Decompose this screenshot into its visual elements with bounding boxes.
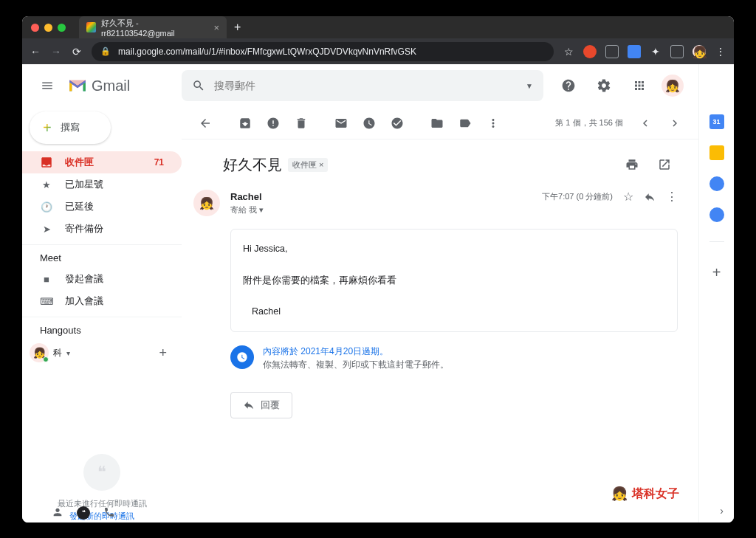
- keyboard-icon: ⌨: [40, 296, 53, 307]
- new-tab-button[interactable]: +: [234, 21, 241, 34]
- tab-title: 好久不見 - rr821103542@gmail: [101, 18, 206, 38]
- ext-1[interactable]: [583, 45, 597, 58]
- meet-join-label: 加入會議: [65, 294, 103, 308]
- hangouts-section: Hangouts: [22, 317, 182, 340]
- hangouts-person-icon[interactable]: [52, 506, 63, 520]
- inbox-count: 71: [154, 157, 164, 168]
- url-text: mail.google.com/mail/u/1/#inbox/FMfcgxwL…: [118, 46, 416, 57]
- chrome-menu[interactable]: ⋮: [715, 46, 726, 58]
- video-icon: ■: [40, 274, 53, 285]
- search-box[interactable]: ▼: [182, 70, 543, 101]
- watermark-brand: 👧 塔科女子: [611, 486, 679, 502]
- nav-sent[interactable]: ➤ 寄件備份: [22, 218, 182, 240]
- star-icon: ★: [40, 179, 53, 190]
- body-line-1: Hi Jessica,: [243, 241, 665, 257]
- meet-join[interactable]: ⌨ 加入會議: [22, 290, 182, 312]
- more-button[interactable]: [480, 110, 506, 137]
- contacts-addon[interactable]: [709, 207, 724, 222]
- email-body: Hi Jessica, 附件是你需要的檔案，再麻煩你看看 Rachel: [230, 229, 678, 332]
- back-button[interactable]: ←: [30, 46, 41, 58]
- popout-button[interactable]: [651, 151, 678, 178]
- keep-addon[interactable]: [709, 145, 724, 160]
- url-bar: ← → ⟳ 🔒 mail.google.com/mail/u/1/#inbox/…: [22, 38, 734, 64]
- profile-avatar[interactable]: 👧: [693, 45, 706, 58]
- body-line-2: 附件是你需要的檔案，再麻煩你看看: [243, 273, 665, 289]
- hangouts-user[interactable]: 👧 科 ▾ +: [22, 340, 182, 365]
- browser-tab[interactable]: 好久不見 - rr821103542@gmail ×: [79, 16, 227, 38]
- hangouts-chat-icon[interactable]: ❝: [77, 506, 90, 520]
- mark-unread-button[interactable]: [328, 110, 354, 137]
- back-to-inbox[interactable]: [192, 110, 219, 137]
- confidential-banner: 內容將於 2021年4月20日過期。 你無法轉寄、複製、列印或下載這封電子郵件。: [230, 342, 678, 374]
- meet-section: Meet: [22, 244, 182, 268]
- side-panel: 31 +: [698, 64, 734, 523]
- email-to[interactable]: 寄給 我 ▾: [230, 204, 678, 215]
- window-controls: [31, 24, 66, 32]
- nav-snoozed[interactable]: 🕐 已延後: [22, 196, 182, 218]
- clock-icon: 🕐: [40, 201, 53, 213]
- collapse-sidepanel[interactable]: ›: [720, 505, 724, 517]
- snooze-button[interactable]: [356, 110, 382, 137]
- archive-button[interactable]: [232, 110, 258, 137]
- reply-icon[interactable]: [644, 191, 656, 203]
- delete-button[interactable]: [288, 110, 315, 137]
- email-subject: 好久不見: [223, 155, 282, 175]
- apps-button[interactable]: [626, 72, 653, 99]
- main-menu-button[interactable]: [32, 71, 62, 100]
- prev-button[interactable]: [632, 110, 659, 137]
- inbox-icon: [40, 156, 53, 169]
- nav-inbox[interactable]: 收件匣 71: [22, 151, 182, 173]
- body-signature: Rachel: [243, 304, 665, 320]
- calendar-addon[interactable]: 31: [709, 114, 724, 129]
- confidential-icon: [230, 345, 254, 369]
- spam-button[interactable]: [260, 110, 286, 137]
- pagination-text: 第 1 個，共 156 個: [555, 117, 623, 128]
- chat-bubble-icon: ❝: [83, 454, 120, 491]
- ext-menu[interactable]: ✦: [650, 46, 662, 58]
- tasks-button[interactable]: [384, 110, 410, 137]
- meet-start-label: 發起會議: [65, 272, 103, 286]
- next-button[interactable]: [662, 110, 688, 137]
- gmail-favicon: [86, 22, 96, 32]
- address-bar[interactable]: 🔒 mail.google.com/mail/u/1/#inbox/FMfcgx…: [92, 42, 554, 61]
- label-text: 收件匣: [292, 159, 317, 170]
- extensions: ✦ 👧 ⋮: [583, 45, 726, 58]
- reload-button[interactable]: ⟳: [71, 46, 83, 58]
- sender-avatar: 👧: [193, 190, 220, 216]
- print-button[interactable]: [619, 151, 645, 178]
- reply-label: 回覆: [261, 399, 280, 412]
- minimize-window[interactable]: [44, 24, 52, 32]
- maximize-window[interactable]: [58, 24, 66, 32]
- hangouts-add[interactable]: +: [159, 345, 174, 361]
- nav-inbox-label: 收件匣: [65, 156, 94, 169]
- search-input[interactable]: [214, 80, 517, 92]
- forward-button[interactable]: →: [50, 46, 62, 58]
- compose-button[interactable]: + 撰寫: [30, 111, 111, 144]
- reply-button[interactable]: 回覆: [230, 392, 292, 418]
- move-button[interactable]: [424, 110, 450, 137]
- support-button[interactable]: [555, 72, 582, 99]
- ext-d[interactable]: [628, 45, 641, 58]
- account-avatar[interactable]: 👧: [662, 75, 684, 97]
- gmail-logo[interactable]: Gmail: [68, 77, 130, 94]
- gmail-text: Gmail: [92, 77, 130, 94]
- lock-icon: 🔒: [100, 46, 111, 56]
- nav-starred[interactable]: ★ 已加星號: [22, 173, 182, 196]
- search-dropdown-icon[interactable]: ▼: [526, 82, 533, 90]
- labels-button[interactable]: [452, 110, 478, 137]
- sender-name: Rachel: [230, 191, 262, 202]
- meet-start[interactable]: ■ 發起會議: [22, 268, 182, 290]
- ext-pocket[interactable]: [605, 45, 619, 58]
- remove-label-icon[interactable]: ×: [319, 160, 323, 169]
- hangouts-phone-icon[interactable]: [103, 506, 115, 520]
- email-more-icon[interactable]: ⋮: [666, 190, 678, 204]
- get-addons[interactable]: +: [712, 264, 721, 281]
- ext-cast[interactable]: [670, 45, 684, 58]
- label-chip[interactable]: 收件匣 ×: [288, 158, 328, 172]
- star-email-icon[interactable]: ☆: [623, 190, 633, 204]
- bookmark-icon[interactable]: ☆: [563, 46, 574, 58]
- close-window[interactable]: [31, 24, 39, 32]
- settings-button[interactable]: [591, 72, 617, 99]
- tasks-addon[interactable]: [709, 176, 724, 191]
- close-tab-icon[interactable]: ×: [213, 22, 219, 33]
